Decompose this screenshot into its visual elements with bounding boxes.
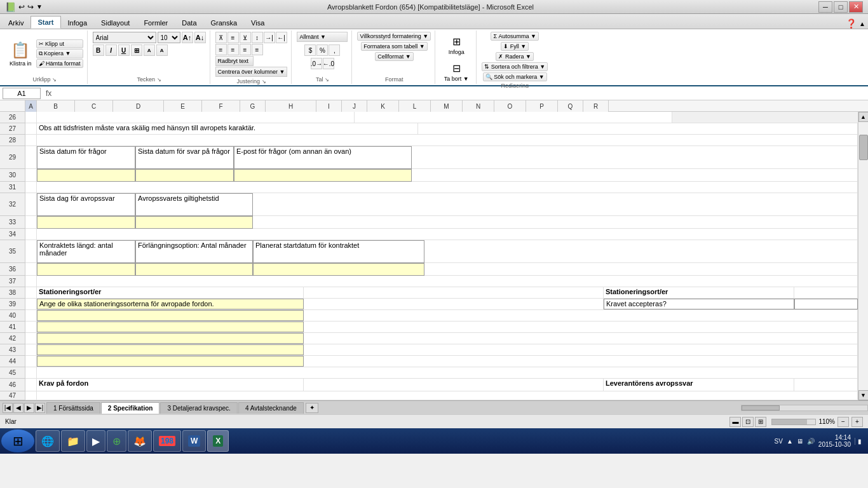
col-header-M[interactable]: M bbox=[431, 100, 463, 112]
scrollbar-thumb[interactable] bbox=[859, 135, 868, 160]
wrap-text-button[interactable]: Radbryt text bbox=[215, 56, 254, 66]
cell-B39[interactable]: Ange de olika stationeringssorterna för … bbox=[37, 299, 304, 309]
sheet-nav-first[interactable]: |◀ bbox=[3, 403, 13, 413]
taskbar-firefox[interactable]: 🦊 bbox=[128, 430, 152, 452]
indent-increase-button[interactable]: →| bbox=[264, 32, 275, 43]
col-header-C[interactable]: C bbox=[75, 100, 113, 112]
text-direction-button[interactable]: ↕ bbox=[252, 32, 263, 43]
cut-button[interactable]: ✂ Klipp ut bbox=[36, 39, 83, 48]
col-header-R[interactable]: R bbox=[583, 100, 609, 112]
zoom-out-button[interactable]: − bbox=[837, 417, 849, 427]
tab-start[interactable]: Start bbox=[31, 16, 60, 29]
align-right-button[interactable]: ≡ bbox=[240, 44, 251, 55]
cell-right-33[interactable] bbox=[253, 216, 858, 228]
start-button[interactable]: ⊞ bbox=[1, 430, 34, 452]
up-arrow-icon[interactable]: ▲ bbox=[787, 438, 793, 445]
col-header-L[interactable]: L bbox=[399, 100, 431, 112]
cell-B28[interactable] bbox=[37, 135, 858, 146]
cell-right-44[interactable] bbox=[304, 356, 858, 367]
cell-kravet-39[interactable]: Kravet accepteras? bbox=[604, 299, 794, 309]
cell-A39[interactable] bbox=[25, 299, 37, 309]
cell-B40[interactable] bbox=[37, 310, 304, 321]
taskbar-outlook[interactable]: 198 bbox=[153, 430, 181, 452]
conditional-format-button[interactable]: Villkorsstyrd formatering ▼ bbox=[357, 32, 431, 41]
cell-B38[interactable]: Stationeringsort/er bbox=[37, 287, 304, 298]
tab-sidlayout[interactable]: Sidlayout bbox=[94, 16, 137, 29]
cell-D30[interactable] bbox=[234, 169, 412, 182]
cell-A42[interactable] bbox=[25, 333, 37, 344]
cell-B41[interactable] bbox=[37, 322, 304, 332]
tab-arkiv[interactable]: Arkiv bbox=[1, 16, 31, 29]
hscroll-track[interactable] bbox=[741, 405, 868, 411]
cell-C33[interactable] bbox=[135, 216, 253, 229]
autosum-button[interactable]: Σ Autosumma ▼ bbox=[491, 32, 539, 41]
col-header-I[interactable]: I bbox=[316, 100, 342, 112]
cell-C32[interactable]: Avropssvarets giltighetstid bbox=[135, 193, 253, 216]
indent-decrease-button[interactable]: ←| bbox=[276, 32, 287, 43]
sheet-nav-prev[interactable]: ◀ bbox=[13, 403, 24, 413]
font-increase-button[interactable]: A↑ bbox=[182, 32, 193, 43]
cell-B43[interactable] bbox=[37, 344, 304, 355]
cell-D35[interactable]: Planerat startdatum för kontraktet bbox=[253, 240, 424, 263]
cell-right-26[interactable] bbox=[355, 112, 672, 123]
cell-A32[interactable] bbox=[25, 193, 37, 215]
cell-styles-button[interactable]: Cellformat ▼ bbox=[375, 52, 413, 61]
cell-B45[interactable] bbox=[37, 367, 858, 378]
col-header-D[interactable]: D bbox=[113, 100, 164, 112]
col-header-G[interactable]: G bbox=[240, 100, 266, 112]
cell-C30[interactable] bbox=[135, 169, 234, 182]
comma-button[interactable]: , bbox=[329, 44, 340, 56]
cell-right-40[interactable] bbox=[304, 310, 858, 321]
cell-B42[interactable] bbox=[37, 333, 304, 344]
merge-center-button[interactable]: Centrera över kolumner ▼ bbox=[215, 67, 288, 77]
cell-A33[interactable] bbox=[25, 216, 37, 228]
tab-data[interactable]: Data bbox=[175, 16, 203, 29]
vertical-scrollbar[interactable]: ▲ ▼ bbox=[858, 112, 868, 400]
cell-right-32[interactable] bbox=[253, 193, 858, 215]
sheet-nav-next[interactable]: ▶ bbox=[24, 403, 34, 413]
underline-button[interactable]: U bbox=[118, 44, 130, 56]
tab-infoga[interactable]: Infoga bbox=[61, 16, 95, 29]
cell-C36[interactable] bbox=[135, 263, 253, 276]
col-header-H[interactable]: H bbox=[266, 100, 316, 112]
cell-reference-input[interactable] bbox=[3, 88, 41, 99]
border-button[interactable]: ⊞ bbox=[131, 44, 142, 56]
cell-B34[interactable] bbox=[37, 229, 858, 240]
copy-button[interactable]: ⧉ Kopiera ▼ bbox=[36, 49, 83, 58]
tab-granska[interactable]: Granska bbox=[204, 16, 245, 29]
cell-right-36[interactable] bbox=[424, 263, 858, 275]
maximize-button[interactable]: □ bbox=[834, 1, 848, 13]
taskbar-word[interactable]: W bbox=[182, 430, 206, 452]
cell-D36[interactable] bbox=[253, 263, 424, 276]
cell-right-43[interactable] bbox=[304, 344, 858, 355]
col-header-O[interactable]: O bbox=[494, 100, 526, 112]
sheet-tab-4[interactable]: 4 Avtalstecknande bbox=[238, 402, 304, 414]
col-header-B[interactable]: B bbox=[37, 100, 75, 112]
cell-B33[interactable] bbox=[37, 216, 135, 229]
align-left-button[interactable]: ≡ bbox=[215, 44, 227, 55]
decimal-increase-button[interactable]: .0→ bbox=[311, 58, 322, 69]
quick-access-undo[interactable]: ↩ bbox=[18, 3, 25, 11]
page-break-button[interactable]: ⊞ bbox=[755, 417, 766, 427]
help-icon[interactable]: ❓ bbox=[846, 18, 857, 29]
delete-button[interactable]: ⊟ Ta bort ▼ bbox=[441, 58, 472, 84]
cell-right-38-end[interactable] bbox=[794, 287, 858, 298]
cell-right-29[interactable] bbox=[412, 146, 858, 168]
cell-kravet-input-39[interactable] bbox=[794, 299, 858, 309]
col-header-F[interactable]: F bbox=[202, 100, 240, 112]
col-header-J[interactable]: J bbox=[342, 100, 367, 112]
cell-A47[interactable] bbox=[25, 391, 37, 400]
quick-access-redo[interactable]: ↪ bbox=[27, 3, 34, 11]
italic-button[interactable]: I bbox=[105, 44, 117, 56]
taskbar-explorer[interactable]: 📁 bbox=[61, 430, 85, 452]
taskbar-excel[interactable]: X bbox=[207, 430, 229, 452]
justify-button[interactable]: ≡ bbox=[252, 44, 263, 55]
align-middle-button[interactable]: ≡ bbox=[227, 32, 239, 43]
font-family-select[interactable]: Arial bbox=[93, 32, 156, 43]
paste-button[interactable]: 📋 Klistra in bbox=[6, 38, 35, 69]
cell-right-41[interactable] bbox=[304, 322, 858, 332]
cell-A31[interactable] bbox=[25, 182, 37, 193]
currency-button[interactable]: $ bbox=[304, 44, 316, 56]
cell-A43[interactable] bbox=[25, 344, 37, 355]
col-header-A[interactable]: A bbox=[25, 100, 37, 112]
